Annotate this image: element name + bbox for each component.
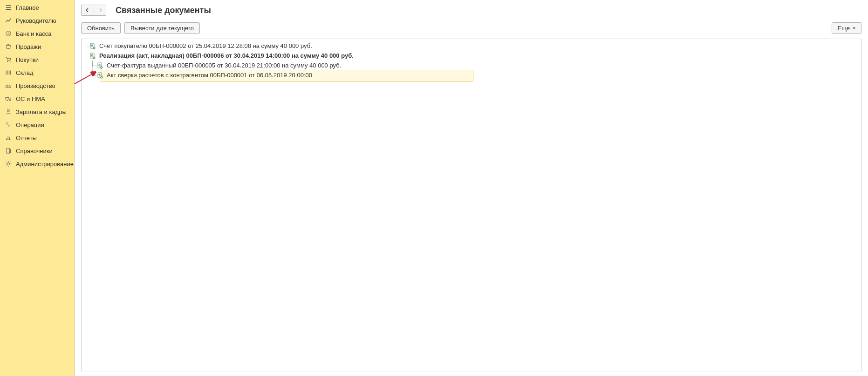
factory-icon — [5, 82, 12, 89]
sidebar: Главное Руководителю ₽ Банк и касса Прод… — [0, 0, 75, 376]
cart-icon — [5, 56, 12, 63]
ruble-icon: ₽ — [5, 30, 12, 37]
barchart-icon — [5, 134, 12, 141]
more-button-label: Еще — [838, 25, 850, 32]
document-posted-icon — [89, 52, 96, 60]
sidebar-item-production[interactable]: Производство — [0, 79, 74, 92]
svg-point-3 — [10, 61, 11, 62]
trend-icon — [5, 17, 12, 24]
tree-row[interactable]: Реализация (акт, накладная) 00БП-000006 … — [82, 51, 861, 60]
truck-icon — [5, 95, 12, 102]
nav-group — [81, 5, 106, 16]
barcode-icon — [5, 69, 12, 76]
sidebar-item-hr[interactable]: Зарплата и кадры — [0, 105, 74, 118]
sidebar-item-label: Банк и касса — [16, 30, 52, 37]
sidebar-item-label: ОС и НМА — [16, 95, 45, 102]
arrow-right-icon — [98, 8, 103, 13]
sidebar-item-label: Склад — [16, 69, 34, 76]
nav-forward-button[interactable] — [94, 5, 106, 15]
sidebar-item-reports[interactable]: Отчеты — [0, 131, 74, 144]
tree-row[interactable]: Акт сверки расчетов с контрагентом 00БП-… — [82, 70, 861, 80]
tree-row-text: Счет-фактура выданный 00БП-000005 от 30.… — [105, 62, 341, 69]
sidebar-item-label: Главное — [16, 4, 39, 11]
chevron-down-icon — [853, 27, 855, 29]
sidebar-item-admin[interactable]: Администрирование — [0, 157, 74, 170]
sidebar-item-assets[interactable]: ОС и НМА — [0, 92, 74, 105]
refresh-button[interactable]: Обновить — [81, 22, 121, 34]
sidebar-item-label: Производство — [16, 82, 55, 89]
sidebar-item-catalogs[interactable]: Справочники — [0, 144, 74, 157]
sidebar-item-label: Операции — [16, 121, 44, 128]
sidebar-item-label: Руководителю — [16, 17, 56, 24]
document-tree[interactable]: Счет покупателю 00БП-000002 от 25.04.201… — [81, 39, 861, 371]
svg-point-4 — [7, 100, 8, 101]
menu-icon — [5, 4, 12, 11]
svg-point-5 — [9, 100, 11, 101]
sidebar-item-manager[interactable]: Руководителю — [0, 14, 74, 27]
tree-row-text: Акт сверки расчетов с контрагентом 00БП-… — [105, 72, 312, 79]
sidebar-item-label: Отчеты — [16, 134, 37, 141]
sidebar-item-label: Зарплата и кадры — [16, 108, 67, 115]
ledger-icon: ДтКт — [5, 121, 12, 128]
svg-point-9 — [7, 162, 9, 165]
sidebar-item-label: Администрирование — [16, 161, 74, 168]
sidebar-item-label: Продажи — [16, 43, 41, 50]
svg-point-2 — [7, 61, 8, 62]
page-title: Связанные документы — [116, 6, 211, 15]
arrow-left-icon — [85, 8, 90, 13]
annotation-arrow — [75, 70, 107, 98]
sidebar-item-bank[interactable]: ₽ Банк и касса — [0, 27, 74, 40]
tree-row-text: Счет покупателю 00БП-000002 от 25.04.201… — [97, 42, 312, 49]
bag-icon — [5, 43, 12, 50]
gear-icon — [5, 160, 12, 168]
person-icon — [5, 108, 12, 115]
svg-line-18 — [75, 72, 96, 92]
tree-row-text: Реализация (акт, накладная) 00БП-000006 … — [97, 52, 354, 59]
sidebar-item-main[interactable]: Главное — [0, 1, 74, 14]
svg-point-6 — [7, 109, 9, 112]
more-button[interactable]: Еще — [832, 22, 861, 34]
sidebar-item-sales[interactable]: Продажи — [0, 40, 74, 53]
output-current-button[interactable]: Вывести для текущего — [124, 22, 200, 34]
toolbar: Обновить Вывести для текущего Еще — [81, 22, 861, 34]
tree-row[interactable]: Счет-фактура выданный 00БП-000005 от 30.… — [82, 60, 861, 70]
nav-back-button[interactable] — [82, 5, 94, 15]
document-posted-icon — [96, 62, 104, 69]
sidebar-item-label: Покупки — [16, 56, 39, 63]
tree-row[interactable]: Счет покупателю 00БП-000002 от 25.04.201… — [82, 41, 861, 51]
svg-text:₽: ₽ — [7, 32, 10, 35]
sidebar-item-warehouse[interactable]: Склад — [0, 66, 74, 79]
titlebar: Связанные документы — [81, 5, 861, 16]
main-panel: Связанные документы Обновить Вывести для… — [75, 0, 868, 376]
svg-text:Кт: Кт — [8, 124, 11, 127]
sidebar-item-operations[interactable]: ДтКт Операции — [0, 118, 74, 131]
document-posted-icon — [89, 42, 96, 50]
sidebar-item-purchases[interactable]: Покупки — [0, 53, 74, 66]
book-icon — [5, 147, 12, 154]
sidebar-item-label: Справочники — [16, 148, 53, 154]
